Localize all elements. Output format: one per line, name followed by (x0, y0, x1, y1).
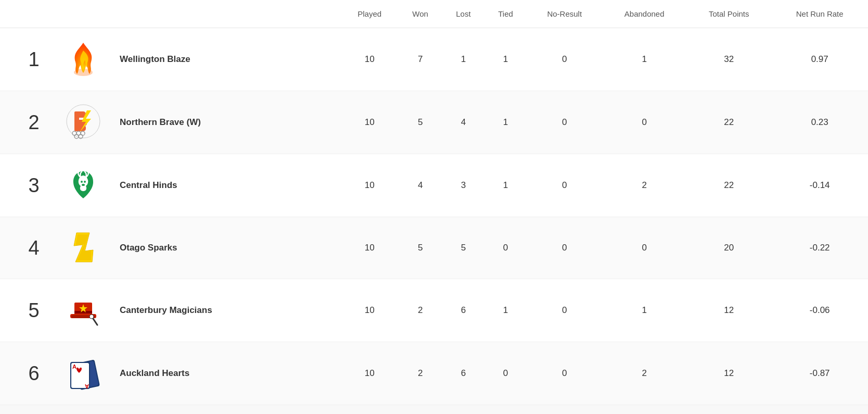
tied-cell: 0 (484, 342, 527, 405)
svg-text:A: A (72, 363, 76, 370)
total-points-cell: 20 (686, 217, 771, 279)
team-name-cell: Auckland Hearts (114, 342, 341, 405)
played-cell: 10 (341, 279, 398, 342)
team-name-cell: Otago Sparks (114, 217, 341, 279)
abandoned-cell: 2 (602, 342, 686, 405)
team-logo-cell (52, 279, 114, 342)
rank-cell: 3 (0, 154, 52, 217)
lost-cell: 3 (442, 154, 484, 217)
played-header: Played (341, 0, 398, 28)
won-cell: 2 (398, 279, 442, 342)
no-result-cell: 0 (527, 91, 602, 154)
team-name-cell: Northern Brave (W) (114, 91, 341, 154)
team-logo-cell (52, 217, 114, 279)
net-run-rate-header: Net Run Rate (771, 0, 868, 28)
abandoned-cell: 0 (602, 91, 686, 154)
team-name-cell: Wellington Blaze (114, 28, 341, 91)
svg-text:A: A (85, 383, 89, 390)
total-points-header: Total Points (686, 0, 771, 28)
abandoned-cell: 2 (602, 154, 686, 217)
tied-cell: 1 (484, 279, 527, 342)
total-points-cell: 22 (686, 91, 771, 154)
won-cell: 5 (398, 217, 442, 279)
won-cell: 7 (398, 28, 442, 91)
tied-cell: 0 (484, 217, 527, 279)
played-cell: 10 (341, 342, 398, 405)
team-logo-cell: A A (52, 342, 114, 405)
standings-table: Played Won Lost Tied No-Result Abandoned… (0, 0, 868, 405)
team-name-cell: Canterbury Magicians (114, 279, 341, 342)
lost-cell: 4 (442, 91, 484, 154)
no-result-cell: 0 (527, 342, 602, 405)
net-run-rate-cell: 0.23 (771, 91, 868, 154)
tied-cell: 1 (484, 91, 527, 154)
table-row: 1 Wellington Blaze 10 7 1 1 0 1 32 0.97 (0, 28, 868, 91)
team-name-cell: Central Hinds (114, 154, 341, 217)
rank-cell: 5 (0, 279, 52, 342)
team-logo-cell (52, 28, 114, 91)
team-logo (65, 166, 102, 203)
total-points-cell: 12 (686, 279, 771, 342)
rank-cell: 6 (0, 342, 52, 405)
rank-cell: 4 (0, 217, 52, 279)
abandoned-cell: 1 (602, 279, 686, 342)
lost-header: Lost (442, 0, 484, 28)
standings-table-container: Played Won Lost Tied No-Result Abandoned… (0, 0, 868, 405)
svg-point-14 (82, 184, 85, 186)
total-points-cell: 12 (686, 342, 771, 405)
abandoned-cell: 0 (602, 217, 686, 279)
team-logo-cell (52, 91, 114, 154)
won-cell: 5 (398, 91, 442, 154)
team-logo (65, 229, 102, 266)
no-result-cell: 0 (527, 217, 602, 279)
played-cell: 10 (341, 91, 398, 154)
svg-point-12 (81, 181, 83, 183)
net-run-rate-cell: -0.06 (771, 279, 868, 342)
total-points-cell: 32 (686, 28, 771, 91)
lost-cell: 1 (442, 28, 484, 91)
svg-point-23 (90, 315, 94, 319)
no-result-header: No-Result (527, 0, 602, 28)
won-cell: 4 (398, 154, 442, 217)
played-cell: 10 (341, 217, 398, 279)
table-row: 5 Canterbury Magicians 10 2 6 1 0 1 12 -… (0, 279, 868, 342)
tied-header: Tied (484, 0, 527, 28)
net-run-rate-cell: -0.14 (771, 154, 868, 217)
net-run-rate-cell: 0.97 (771, 28, 868, 91)
svg-point-13 (84, 181, 86, 183)
table-row: 6 A A Auckland Hearts 10 2 6 0 0 2 12 -0… (0, 342, 868, 405)
team-logo (65, 40, 102, 77)
net-run-rate-cell: -0.22 (771, 217, 868, 279)
abandoned-header: Abandoned (602, 0, 686, 28)
team-logo (65, 103, 102, 140)
rank-cell: 1 (0, 28, 52, 91)
tied-cell: 1 (484, 154, 527, 217)
rank-cell: 2 (0, 91, 52, 154)
team-logo: A A (65, 354, 102, 391)
played-cell: 10 (341, 28, 398, 91)
played-cell: 10 (341, 154, 398, 217)
table-row: 4 Otago Sparks 10 5 5 0 0 0 20 -0.22 (0, 217, 868, 279)
team-logo-cell (52, 154, 114, 217)
lost-cell: 5 (442, 217, 484, 279)
total-points-cell: 22 (686, 154, 771, 217)
table-header-row: Played Won Lost Tied No-Result Abandoned… (0, 0, 868, 28)
table-row: 3 Central Hinds 10 4 3 1 0 2 22 -0.14 (0, 154, 868, 217)
won-cell: 2 (398, 342, 442, 405)
net-run-rate-cell: -0.87 (771, 342, 868, 405)
svg-rect-20 (74, 311, 92, 313)
lost-cell: 6 (442, 279, 484, 342)
table-row: 2 Northern Brave (W) 10 5 4 1 0 0 22 0.2… (0, 91, 868, 154)
team-header (0, 0, 341, 28)
lost-cell: 6 (442, 342, 484, 405)
tied-cell: 1 (484, 28, 527, 91)
team-logo (65, 291, 102, 328)
abandoned-cell: 1 (602, 28, 686, 91)
no-result-cell: 0 (527, 154, 602, 217)
no-result-cell: 0 (527, 28, 602, 91)
won-header: Won (398, 0, 442, 28)
no-result-cell: 0 (527, 279, 602, 342)
